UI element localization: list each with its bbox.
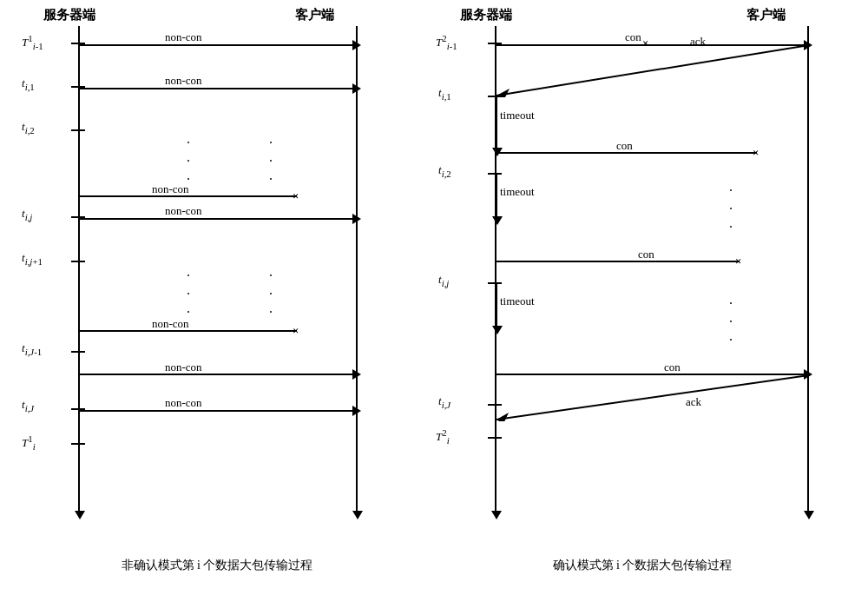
left-label-tiJ1: ti,J-1	[22, 341, 42, 357]
left-label-Ti: T1i	[22, 433, 36, 452]
left-arrow7-line	[80, 410, 354, 412]
left-arrow2-head	[352, 83, 361, 94]
right-timeout2-label: timeout	[500, 185, 535, 199]
left-arrow1-head	[352, 40, 361, 50]
right-label-ti1: ti,1	[438, 86, 451, 102]
left-label-tij1: ti,j+1	[22, 251, 43, 267]
right-timeoutj-label: timeout	[500, 294, 535, 308]
left-server-vline	[78, 26, 80, 512]
right-label-tij: ti,j	[438, 273, 449, 288]
right-server-vline-arrow	[491, 511, 502, 519]
left-arrow4-head	[352, 214, 361, 224]
left-dots2b: ···	[269, 268, 273, 321]
left-arrow1-line	[80, 44, 354, 46]
left-label-tiJ: ti,J	[22, 398, 34, 413]
right-arrow-con-final-label: con	[664, 360, 681, 374]
right-timeout1-label: timeout	[500, 109, 535, 122]
right-label-tiJ: ti,J	[438, 394, 450, 410]
left-arrow6-head	[352, 369, 361, 380]
left-arrow1-label: non-con	[165, 30, 202, 44]
left-server-vline-arrow	[75, 511, 85, 519]
left-arrow2-label: non-con	[165, 74, 202, 88]
right-tick-tij	[488, 282, 502, 284]
right-tick-ti2	[488, 173, 502, 175]
right-timeout1-line	[496, 97, 497, 149]
left-label-Ti-1: T1i-1	[22, 33, 43, 51]
left-dots2: ···	[187, 268, 190, 321]
right-client-label: 客户端	[746, 7, 786, 23]
left-tick-ti2	[71, 129, 85, 131]
right-x3: ×	[735, 255, 741, 268]
left-client-label: 客户端	[295, 7, 334, 23]
left-diagram-title: 非确认模式第 i 个数据大包传输过程	[17, 558, 417, 573]
right-timeout2-head	[492, 216, 503, 225]
right-client-vline	[807, 26, 809, 512]
right-arrow-con3-label: con	[638, 248, 654, 261]
left-arrow5-label: non-con	[152, 317, 189, 331]
right-timeoutj-head	[492, 326, 503, 334]
left-dots1: ···	[187, 135, 190, 188]
right-x1: ×	[642, 36, 648, 50]
left-label-ti2: ti,2	[22, 120, 35, 136]
left-label-ti1: ti,1	[22, 76, 35, 92]
left-arrow6-label: non-con	[165, 360, 202, 374]
left-tick-Ti	[71, 443, 85, 445]
right-ack-final-label: ack	[686, 395, 701, 409]
right-diagram-title: 确认模式第 i 个数据大包传输过程	[434, 558, 851, 573]
right-dots1: ···	[729, 182, 733, 236]
right-timeoutj-line	[496, 284, 497, 327]
svg-marker-3	[496, 413, 509, 421]
right-arrow-con3-line	[496, 261, 740, 262]
left-arrow3-x: ×	[293, 189, 299, 203]
right-label-Ti-1: T2i-1	[436, 33, 457, 51]
right-arrow-con2-label: con	[616, 139, 633, 153]
left-arrow6-line	[80, 374, 354, 375]
right-arrow-con1-label: con	[625, 30, 641, 44]
right-dots2: ···	[729, 295, 733, 349]
left-arrow2-line	[80, 88, 354, 89]
left-arrow5-x: ×	[293, 324, 299, 338]
left-arrow3-label: non-con	[152, 182, 189, 196]
right-label-ti2: ti,2	[438, 163, 451, 179]
right-label-Ti: T2i	[436, 427, 450, 446]
svg-line-0	[496, 45, 809, 96]
right-server-label: 服务器端	[460, 7, 512, 23]
left-arrow4-label: non-con	[165, 204, 202, 218]
left-tick-tij1	[71, 261, 85, 262]
left-arrow4-line	[80, 218, 354, 220]
left-dots1b: ···	[269, 135, 273, 188]
right-x2: ×	[753, 146, 759, 160]
left-label-tij: ti,j	[22, 207, 32, 222]
right-ack1-label: ack	[690, 35, 706, 49]
right-timeout2-line	[496, 175, 497, 218]
left-arrow7-head	[352, 406, 361, 416]
left-tick-tiJ1	[71, 351, 85, 353]
svg-line-2	[496, 375, 809, 420]
right-ack1-arrow	[496, 43, 809, 97]
left-client-vline-arrow	[352, 511, 363, 519]
right-tick-Ti	[488, 437, 502, 439]
left-arrow7-label: non-con	[165, 396, 202, 410]
left-client-vline	[356, 26, 358, 512]
right-client-vline-arrow	[804, 511, 814, 519]
left-server-label: 服务器端	[43, 7, 95, 23]
right-ack-final-arrow	[496, 374, 809, 421]
